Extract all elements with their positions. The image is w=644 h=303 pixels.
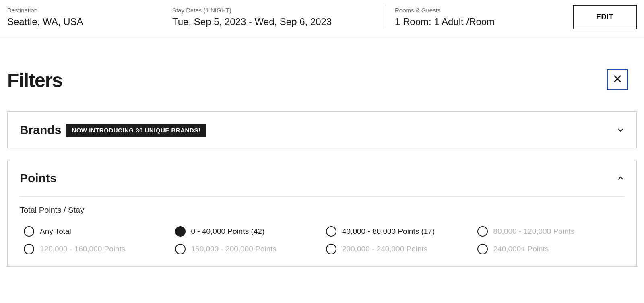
edit-button[interactable]: EDIT bbox=[573, 5, 637, 29]
points-options-grid: Any Total0 - 40,000 Points (42)40,000 - … bbox=[20, 226, 624, 254]
filter-card-brands: Brands NOW INTRODUCING 30 UNIQUE BRANDS! bbox=[7, 111, 637, 148]
radio-icon bbox=[24, 226, 34, 237]
points-option-6: 200,000 - 240,000 Points bbox=[326, 244, 473, 254]
rooms-value: 1 Room: 1 Adult /Room bbox=[395, 16, 535, 27]
radio-icon bbox=[175, 244, 186, 254]
radio-icon bbox=[175, 226, 186, 237]
points-option-5: 160,000 - 200,000 Points bbox=[175, 244, 322, 254]
horizontal-divider bbox=[20, 196, 624, 197]
points-option-2[interactable]: 40,000 - 80,000 Points (17) bbox=[326, 226, 473, 237]
points-option-label: 40,000 - 80,000 Points (17) bbox=[342, 227, 435, 236]
destination-label: Destination bbox=[7, 7, 156, 14]
chevron-up-icon bbox=[617, 175, 624, 182]
search-summary-bar: Destination Seattle, WA, USA Stay Dates … bbox=[0, 0, 644, 37]
search-field-rooms[interactable]: Rooms & Guests 1 Room: 1 Adult /Room bbox=[386, 5, 551, 29]
brands-header[interactable]: Brands NOW INTRODUCING 30 UNIQUE BRANDS! bbox=[8, 112, 636, 148]
destination-value: Seattle, WA, USA bbox=[7, 16, 156, 27]
dates-value: Tue, Sep 5, 2023 - Wed, Sep 6, 2023 bbox=[172, 16, 369, 27]
dates-label: Stay Dates (1 NIGHT) bbox=[172, 7, 369, 14]
filters-title: Filters bbox=[7, 69, 62, 91]
points-header[interactable]: Points bbox=[8, 160, 636, 196]
radio-icon bbox=[24, 244, 34, 254]
points-subsection-label: Total Points / Stay bbox=[20, 206, 624, 215]
search-field-destination[interactable]: Destination Seattle, WA, USA bbox=[7, 5, 172, 29]
close-filters-button[interactable] bbox=[607, 69, 628, 90]
points-option-label: 200,000 - 240,000 Points bbox=[342, 245, 427, 254]
points-body: Total Points / Stay Any Total0 - 40,000 … bbox=[8, 196, 636, 266]
close-icon bbox=[613, 74, 622, 86]
rooms-label: Rooms & Guests bbox=[395, 7, 535, 14]
points-option-label: 80,000 - 120,000 Points bbox=[493, 227, 575, 236]
points-option-1[interactable]: 0 - 40,000 Points (42) bbox=[175, 226, 322, 237]
radio-icon bbox=[477, 226, 488, 237]
filter-card-points: Points Total Points / Stay Any Total0 - … bbox=[7, 160, 637, 267]
brands-title: Brands bbox=[20, 123, 61, 137]
brands-badge: NOW INTRODUCING 30 UNIQUE BRANDS! bbox=[66, 124, 206, 137]
points-option-label: 240,000+ Points bbox=[493, 245, 549, 254]
filter-sections: Brands NOW INTRODUCING 30 UNIQUE BRANDS!… bbox=[0, 95, 644, 267]
search-field-dates[interactable]: Stay Dates (1 NIGHT) Tue, Sep 5, 2023 - … bbox=[172, 5, 386, 29]
points-option-label: Any Total bbox=[40, 227, 71, 236]
radio-icon bbox=[326, 226, 336, 237]
chevron-down-icon bbox=[617, 126, 624, 134]
points-option-label: 0 - 40,000 Points (42) bbox=[191, 227, 265, 236]
radio-icon bbox=[326, 244, 336, 254]
points-option-3: 80,000 - 120,000 Points bbox=[477, 226, 625, 237]
filters-header: Filters bbox=[0, 37, 644, 95]
points-title: Points bbox=[20, 171, 57, 185]
points-option-7: 240,000+ Points bbox=[477, 244, 625, 254]
points-option-label: 120,000 - 160,000 Points bbox=[40, 245, 125, 254]
radio-icon bbox=[477, 244, 488, 254]
points-option-label: 160,000 - 200,000 Points bbox=[191, 245, 277, 254]
points-option-0[interactable]: Any Total bbox=[24, 226, 171, 237]
points-option-4: 120,000 - 160,000 Points bbox=[24, 244, 171, 254]
